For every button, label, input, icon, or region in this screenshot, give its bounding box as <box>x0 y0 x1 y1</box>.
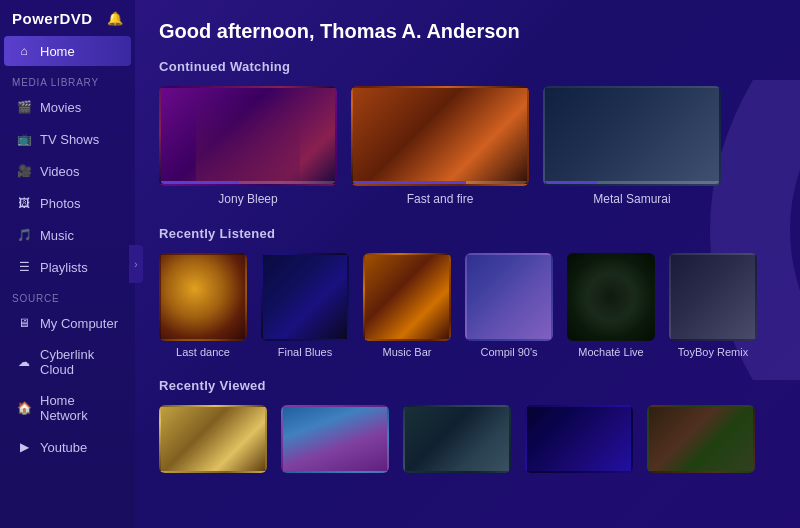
sidebar-item-mycomputer-label: My Computer <box>40 316 118 331</box>
recently-listened-row: Last dance Final Blues Music Bar Compil … <box>159 253 776 358</box>
sidebar-item-videos[interactable]: 🎥 Videos <box>4 156 131 186</box>
rv4-thumbnail <box>525 405 633 473</box>
media-card-musicbar[interactable]: Music Bar <box>363 253 451 358</box>
recently-viewed-row <box>159 405 776 473</box>
source-label: Source <box>0 283 135 307</box>
media-card-rv1[interactable] <box>159 405 267 473</box>
sidebar-item-photos[interactable]: 🖼 Photos <box>4 188 131 218</box>
media-card-fast[interactable]: Fast and fire <box>351 86 529 206</box>
recently-viewed-title: Recently Viewed <box>159 378 776 393</box>
media-card-rv5[interactable] <box>647 405 755 473</box>
jony-thumbnail <box>159 86 337 186</box>
bell-icon[interactable]: 🔔 <box>107 11 123 26</box>
media-card-rv2[interactable] <box>281 405 389 473</box>
media-card-jony[interactable]: Jony Bleep <box>159 86 337 206</box>
media-card-toyboy[interactable]: ToyBoy Remix <box>669 253 757 358</box>
sidebar-item-youtube[interactable]: ▶ Youtube <box>4 432 131 462</box>
media-card-rv3[interactable] <box>403 405 511 473</box>
lastdance-label: Last dance <box>176 346 230 358</box>
sidebar-item-homenetwork[interactable]: 🏠 Home Network <box>4 386 131 430</box>
tvshows-icon: 📺 <box>16 131 32 147</box>
sidebar-item-tvshows-label: TV Shows <box>40 132 99 147</box>
sidebar-item-homenetwork-label: Home Network <box>40 393 119 423</box>
musicbar-label: Music Bar <box>383 346 432 358</box>
sidebar-collapse-handle[interactable]: › <box>129 245 143 283</box>
rv1-thumbnail <box>159 405 267 473</box>
sidebar-item-home[interactable]: ⌂ Home <box>4 36 131 66</box>
rv5-thumbnail <box>647 405 755 473</box>
sidebar-item-music[interactable]: 🎵 Music <box>4 220 131 250</box>
photos-icon: 🖼 <box>16 195 32 211</box>
compil-thumbnail <box>465 253 553 341</box>
jony-label: Jony Bleep <box>218 192 277 206</box>
lastdance-thumbnail <box>159 253 247 341</box>
youtube-icon: ▶ <box>16 439 32 455</box>
finalblues-label: Final Blues <box>278 346 332 358</box>
metal-label: Metal Samurai <box>593 192 670 206</box>
media-card-metal[interactable]: Metal Samurai <box>543 86 721 206</box>
sidebar-item-mycomputer[interactable]: 🖥 My Computer <box>4 308 131 338</box>
media-card-mochate[interactable]: Mochaté Live <box>567 253 655 358</box>
sidebar-item-playlists-label: Playlists <box>40 260 88 275</box>
sidebar-item-youtube-label: Youtube <box>40 440 87 455</box>
toyboy-label: ToyBoy Remix <box>678 346 748 358</box>
computer-icon: 🖥 <box>16 315 32 331</box>
playlists-icon: ☰ <box>16 259 32 275</box>
sidebar-item-tvshows[interactable]: 📺 TV Shows <box>4 124 131 154</box>
continued-watching-title: Continued Watching <box>159 59 776 74</box>
media-card-finalblues[interactable]: Final Blues <box>261 253 349 358</box>
sidebar: PowerDVD 🔔 ⌂ Home Media Library 🎬 Movies… <box>0 0 135 528</box>
media-card-lastdance[interactable]: Last dance <box>159 253 247 358</box>
sidebar-item-cyberlink-label: Cyberlink Cloud <box>40 347 119 377</box>
musicbar-thumbnail <box>363 253 451 341</box>
sidebar-item-cyberlink[interactable]: ☁ Cyberlink Cloud <box>4 340 131 384</box>
sidebar-item-videos-label: Videos <box>40 164 80 179</box>
rv3-thumbnail <box>403 405 511 473</box>
media-card-compil[interactable]: Compil 90's <box>465 253 553 358</box>
finalblues-thumbnail <box>261 253 349 341</box>
recently-listened-title: Recently Listened <box>159 226 776 241</box>
media-library-label: Media Library <box>0 67 135 91</box>
movies-icon: 🎬 <box>16 99 32 115</box>
compil-label: Compil 90's <box>480 346 537 358</box>
greeting-text: Good afternoon, Thomas A. Anderson <box>159 20 776 43</box>
sidebar-item-home-label: Home <box>40 44 75 59</box>
mochate-label: Mochaté Live <box>578 346 643 358</box>
metal-thumbnail <box>543 86 721 186</box>
cloud-icon: ☁ <box>16 354 32 370</box>
music-icon: 🎵 <box>16 227 32 243</box>
home-icon: ⌂ <box>16 43 32 59</box>
recently-listened-section: Recently Listened Last dance Final Blues… <box>159 226 776 358</box>
videos-icon: 🎥 <box>16 163 32 179</box>
sidebar-item-movies[interactable]: 🎬 Movies <box>4 92 131 122</box>
continued-watching-section: Continued Watching Jony Bleep Fast an <box>159 59 776 206</box>
fast-thumbnail <box>351 86 529 186</box>
mochate-thumbnail <box>567 253 655 341</box>
sidebar-item-photos-label: Photos <box>40 196 80 211</box>
rv2-thumbnail <box>281 405 389 473</box>
app-title: PowerDVD <box>12 10 93 27</box>
media-card-rv4[interactable] <box>525 405 633 473</box>
continued-watching-row: Jony Bleep Fast and fire Metal Samurai <box>159 86 776 206</box>
fast-label: Fast and fire <box>407 192 474 206</box>
toyboy-thumbnail <box>669 253 757 341</box>
network-icon: 🏠 <box>16 400 32 416</box>
sidebar-item-playlists[interactable]: ☰ Playlists <box>4 252 131 282</box>
recently-viewed-section: Recently Viewed <box>159 378 776 473</box>
sidebar-header: PowerDVD 🔔 <box>0 0 135 35</box>
main-content: Good afternoon, Thomas A. Anderson Conti… <box>135 0 800 528</box>
sidebar-item-movies-label: Movies <box>40 100 81 115</box>
sidebar-item-music-label: Music <box>40 228 74 243</box>
